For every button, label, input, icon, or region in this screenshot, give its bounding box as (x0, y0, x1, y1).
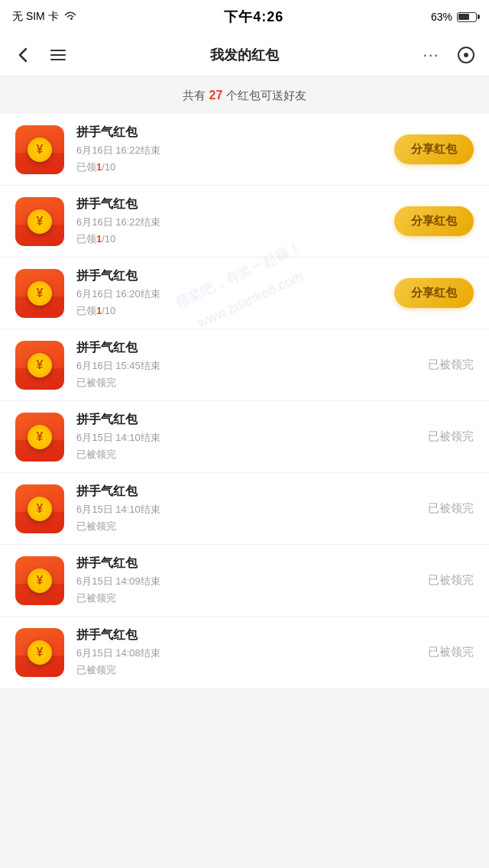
item-status: 已被领完 (76, 376, 428, 390)
nav-left (11, 43, 70, 67)
list-item: ¥ 拼手气红包 6月16日 16:22结束 已领1/10 分享红包 (0, 186, 489, 257)
envelope-icon: ¥ (15, 341, 64, 390)
more-button[interactable]: ··· (419, 43, 443, 67)
nav-right: ··· (419, 43, 478, 67)
list-item: ¥ 拼手气红包 6月15日 14:10结束 已被领完 已被领完 (0, 401, 489, 473)
item-status: 已被领完 (76, 591, 428, 605)
scan-button[interactable] (454, 43, 478, 67)
claimed-label: 已被领完 (428, 501, 474, 516)
item-title: 拼手气红包 (76, 412, 428, 428)
list-item: ¥ 拼手气红包 6月15日 14:08结束 已被领完 已被领完 (0, 617, 489, 688)
item-date: 6月15日 14:09结束 (76, 575, 428, 588)
battery-percent: 63% (431, 11, 452, 23)
yuan-symbol: ¥ (37, 574, 44, 588)
red-packet-list: ¥ 拼手气红包 6月16日 16:22结束 已领1/10 分享红包 ¥ 拼手气红… (0, 114, 489, 688)
item-info: 拼手气红包 6月15日 14:10结束 已被领完 (76, 412, 428, 462)
status-time: 下午4:26 (224, 8, 283, 26)
item-title: 拼手气红包 (76, 268, 394, 284)
envelope-icon: ¥ (15, 269, 64, 318)
envelope-icon: ¥ (15, 413, 64, 462)
svg-point-4 (464, 53, 468, 57)
menu-button[interactable] (46, 43, 70, 67)
claimed-label: 已被领完 (428, 358, 474, 372)
sim-text: 无 SIM 卡 (12, 10, 59, 24)
wifi-icon (63, 11, 77, 23)
item-date: 6月15日 14:10结束 (76, 431, 428, 445)
summary-suffix: 个红包可送好友 (226, 89, 306, 102)
yuan-symbol: ¥ (37, 143, 44, 157)
status-left: 无 SIM 卡 (12, 10, 77, 24)
item-title: 拼手气红包 (76, 484, 428, 500)
item-date: 6月16日 16:22结束 (76, 144, 394, 157)
yuan-symbol: ¥ (37, 215, 44, 228)
item-title: 拼手气红包 (76, 125, 394, 141)
claimed-label: 已被领完 (428, 573, 474, 588)
envelope-icon: ¥ (15, 628, 64, 677)
list-item: ¥ 拼手气红包 6月16日 16:22结束 已领1/10 分享红包 (0, 114, 489, 186)
item-info: 拼手气红包 6月15日 14:10结束 已被领完 (76, 484, 428, 533)
item-info: 拼手气红包 6月15日 14:09结束 已被领完 (76, 555, 428, 605)
share-button[interactable]: 分享红包 (394, 206, 474, 236)
yuan-symbol: ¥ (37, 287, 44, 300)
yuan-symbol: ¥ (37, 358, 44, 372)
claimed-label: 已被领完 (428, 429, 474, 444)
envelope-icon: ¥ (15, 484, 64, 533)
status-right: 63% (431, 11, 477, 23)
item-info: 拼手气红包 6月16日 15:45结束 已被领完 (76, 340, 428, 390)
nav-bar: 我发的红包 ··· (0, 34, 489, 76)
item-title: 拼手气红包 (76, 196, 394, 212)
item-title: 拼手气红包 (76, 555, 428, 572)
item-title: 拼手气红包 (76, 627, 428, 643)
item-info: 拼手气红包 6月16日 16:22结束 已领1/10 (76, 196, 394, 246)
item-date: 6月15日 14:10结束 (76, 503, 428, 517)
item-status: 已领1/10 (76, 304, 394, 318)
item-status: 已被领完 (76, 663, 428, 677)
item-status: 已被领完 (76, 448, 428, 462)
envelope-icon: ¥ (15, 556, 64, 605)
item-date: 6月16日 16:20结束 (76, 287, 394, 301)
share-button[interactable]: 分享红包 (394, 278, 474, 308)
claimed-label: 已被领完 (428, 645, 474, 659)
list-item: ¥ 拼手气红包 6月15日 14:09结束 已被领完 已被领完 (0, 545, 489, 617)
yuan-symbol: ¥ (37, 646, 44, 659)
summary-count: 27 (209, 89, 223, 102)
yuan-symbol: ¥ (37, 502, 44, 516)
item-status: 已被领完 (76, 520, 428, 533)
item-title: 拼手气红包 (76, 340, 428, 356)
summary-prefix: 共有 (183, 89, 206, 102)
list-item: ¥ 拼手气红包 6月15日 14:10结束 已被领完 已被领完 (0, 473, 489, 545)
item-date: 6月16日 15:45结束 (76, 359, 428, 373)
share-button[interactable]: 分享红包 (394, 134, 474, 164)
summary-bar: 共有 27 个红包可送好友 (0, 76, 489, 114)
item-info: 拼手气红包 6月15日 14:08结束 已被领完 (76, 627, 428, 677)
page-title: 我发的红包 (210, 46, 279, 64)
battery-icon (457, 12, 477, 22)
list-item: ¥ 拼手气红包 6月16日 16:20结束 已领1/10 分享红包 (0, 257, 489, 329)
item-status: 已领1/10 (76, 232, 394, 246)
item-date: 6月16日 16:22结束 (76, 215, 394, 229)
item-info: 拼手气红包 6月16日 16:22结束 已领1/10 (76, 125, 394, 174)
envelope-icon: ¥ (15, 197, 64, 246)
item-info: 拼手气红包 6月16日 16:20结束 已领1/10 (76, 268, 394, 318)
item-status: 已领1/10 (76, 160, 394, 174)
back-button[interactable] (11, 43, 35, 67)
envelope-icon: ¥ (15, 125, 64, 174)
yuan-symbol: ¥ (37, 430, 44, 444)
item-date: 6月15日 14:08结束 (76, 646, 428, 660)
list-item: ¥ 拼手气红包 6月16日 15:45结束 已被领完 已被领完 (0, 329, 489, 401)
status-bar: 无 SIM 卡 下午4:26 63% (0, 0, 489, 34)
